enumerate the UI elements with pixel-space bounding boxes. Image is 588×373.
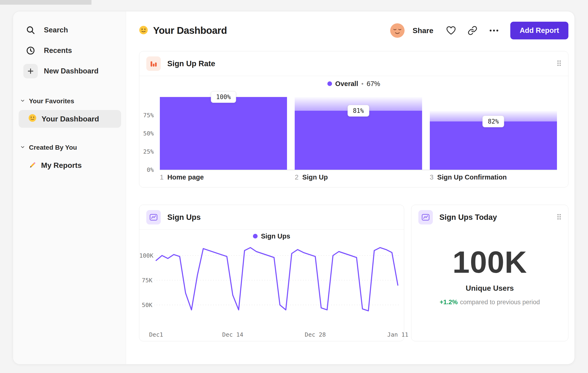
- legend-label: Sign Ups: [261, 232, 290, 240]
- line-y-tick: 75K: [139, 277, 152, 284]
- cards-row: Sign Ups Sign Ups 100K75K50K Dec1Dec 14D…: [139, 205, 568, 341]
- smiley-emoji-icon: [29, 114, 36, 124]
- sidebar-item-label: Your Dashboard: [42, 115, 99, 123]
- chevron-down-icon: [20, 144, 25, 151]
- funnel-step-label: 3 Sign Up Confirmation: [430, 173, 557, 181]
- more-options-button[interactable]: [486, 23, 501, 38]
- line-chart-icon: [418, 210, 433, 224]
- section-title: Created By You: [29, 144, 77, 151]
- section-title: Your Favorites: [29, 97, 74, 105]
- delta-note: compared to previous period: [460, 299, 540, 306]
- line-x-tick: Dec 28: [305, 331, 326, 338]
- copy-link-button[interactable]: [465, 23, 480, 38]
- sidebar-item-new-dashboard[interactable]: New Dashboard: [19, 61, 121, 81]
- card-title: Sign Ups Today: [439, 213, 497, 222]
- line-y-tick: 100K: [139, 252, 152, 259]
- line-chart[interactable]: 100K75K50K: [139, 243, 404, 329]
- funnel-chart: 75%50%25%0% 100% 81% 8: [139, 91, 568, 170]
- main-content: Your Dashboard Share: [126, 11, 575, 364]
- metric-value: 100K: [411, 244, 568, 280]
- funnel-legend[interactable]: Overall • 67%: [139, 76, 568, 91]
- funnel-bar-home-page[interactable]: 100%: [160, 97, 287, 170]
- funnel-step-labels: 1 Home page 2 Sign Up 3 Sign Up Confirma…: [139, 173, 568, 187]
- sidebar-item-label: New Dashboard: [44, 67, 98, 75]
- favorite-heart-button[interactable]: [444, 23, 459, 38]
- clock-icon: [23, 43, 38, 58]
- line-chart-icon: [146, 210, 161, 224]
- search-icon: [23, 23, 38, 37]
- step-number: 3: [430, 173, 433, 181]
- card-header: Sign Ups: [139, 205, 404, 230]
- share-button[interactable]: Share: [412, 26, 433, 35]
- funnel-y-tick: 75%: [143, 112, 154, 119]
- funnel-y-tick: 25%: [143, 148, 154, 155]
- add-report-button[interactable]: Add Report: [510, 22, 568, 40]
- card-sign-ups-today: Sign Ups Today 100K Unique Users +1.2%co…: [411, 205, 568, 341]
- header-actions: Share Add Report: [390, 22, 568, 40]
- sidebar-item-recents[interactable]: Recents: [19, 40, 121, 61]
- line-y-tick: 50K: [139, 302, 152, 308]
- funnel-y-tick: 0%: [147, 166, 154, 173]
- drag-handle-icon[interactable]: [556, 60, 562, 68]
- legend-value: 67%: [367, 80, 380, 88]
- bar-value-chip: 82%: [483, 116, 504, 127]
- sidebar-item-label: Search: [44, 26, 68, 34]
- chevron-down-icon: [20, 97, 25, 105]
- line-x-tick: Dec 14: [222, 331, 243, 338]
- plus-icon-box: [23, 64, 38, 78]
- bar-fill: [295, 111, 422, 170]
- funnel-bar-sign-up-confirmation[interactable]: 82%: [430, 97, 557, 170]
- app-window: Search Recents New Dashboard: [13, 11, 575, 364]
- step-name: Home page: [167, 173, 204, 181]
- user-avatar[interactable]: [390, 23, 405, 38]
- sidebar-item-label: Recents: [44, 46, 72, 55]
- funnel-step-label: 1 Home page: [160, 173, 287, 181]
- page-title: Your Dashboard: [153, 25, 227, 36]
- legend-dot: [253, 234, 258, 239]
- line-legend[interactable]: Sign Ups: [139, 230, 404, 243]
- step-name: Sign Up Confirmation: [437, 173, 507, 181]
- card-header: Sign Ups Today: [411, 205, 568, 230]
- funnel-y-axis: 75%50%25%0%: [139, 97, 160, 170]
- sidebar-item-my-reports[interactable]: My Reports: [19, 156, 121, 174]
- funnel-step-label: 2 Sign Up: [295, 173, 422, 181]
- legend-dot: [327, 81, 332, 86]
- card-sign-ups: Sign Ups Sign Ups 100K75K50K Dec1Dec 14D…: [139, 205, 404, 341]
- funnel-bars: 100% 81% 82%: [160, 97, 557, 170]
- drag-handle-icon[interactable]: [556, 213, 562, 221]
- sidebar: Search Recents New Dashboard: [13, 11, 126, 364]
- plus-icon: [23, 64, 38, 78]
- line-x-axis: Dec1Dec 14Dec 28Jan 11: [154, 329, 400, 341]
- legend-label: Overall: [335, 80, 358, 88]
- window-artifact: [0, 0, 92, 5]
- metric-delta: +1.2%compared to previous period: [411, 299, 568, 306]
- legend-separator: •: [361, 81, 363, 87]
- step-number: 2: [295, 173, 298, 181]
- funnel-bar-sign-up[interactable]: 81%: [295, 97, 422, 170]
- page-header: Your Dashboard Share: [139, 21, 568, 40]
- page-title-wrap: Your Dashboard: [139, 25, 227, 36]
- line-x-tick: Jan 11: [387, 331, 408, 338]
- card-header: Sign Up Rate: [139, 51, 568, 76]
- funnel-y-tick: 50%: [143, 130, 154, 137]
- card-title: Sign Ups: [167, 213, 201, 222]
- sidebar-item-your-dashboard[interactable]: Your Dashboard: [19, 110, 121, 128]
- sidebar-item-label: My Reports: [41, 161, 82, 170]
- pencil-emoji-icon: [29, 161, 36, 170]
- line-chart-plot: [154, 244, 400, 328]
- section-created-by-you[interactable]: Created By You: [19, 141, 121, 155]
- step-number: 1: [160, 173, 164, 181]
- card-title: Sign Up Rate: [167, 59, 215, 68]
- line-x-tick: Dec1: [149, 331, 163, 338]
- bar-value-chip: 81%: [348, 105, 369, 117]
- metric-label: Unique Users: [411, 284, 568, 292]
- bar-fill: [160, 97, 287, 170]
- sidebar-item-search[interactable]: Search: [19, 20, 121, 40]
- smiley-emoji-icon: [139, 26, 148, 35]
- bar-fill: [430, 121, 557, 170]
- bar-value-chip: 100%: [211, 91, 236, 103]
- funnel-chart-icon: [146, 56, 161, 71]
- step-name: Sign Up: [302, 173, 328, 181]
- delta-value: +1.2%: [440, 299, 458, 306]
- section-your-favorites[interactable]: Your Favorites: [19, 94, 121, 108]
